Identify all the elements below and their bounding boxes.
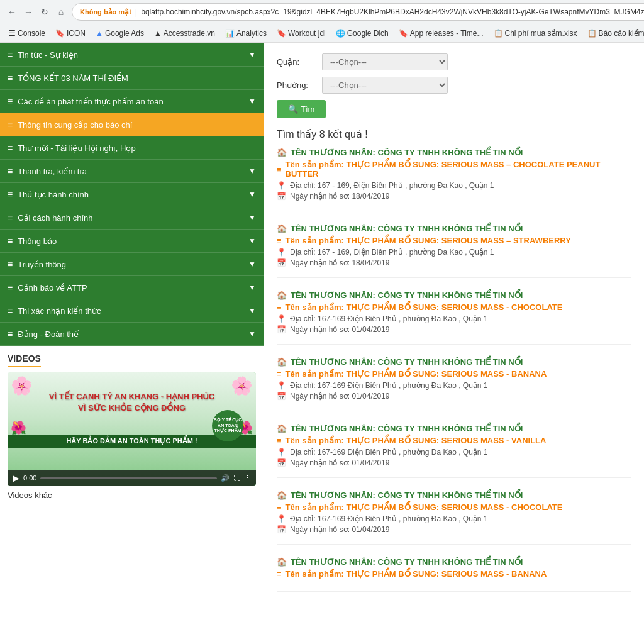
bookmark-analytics[interactable]: 📊 Analytics <box>221 28 270 39</box>
quan-select[interactable]: ---Chọn--- <box>322 53 448 70</box>
result-company-3: 🏠 TÊN THƯƠNG NHÂN: CÔNG TY TNHH KHÔNG TH… <box>277 291 631 300</box>
result-product-3[interactable]: ≡ Tên sản phẩm: THỰC PHẨM BỔ SUNG: SERIO… <box>277 303 631 312</box>
analytics-icon: 📊 <box>225 29 235 38</box>
result-product-1[interactable]: ≡ Tên sản phẩm: THỰC PHẨM BỔ SUNG: SERIO… <box>277 160 631 179</box>
tin-tuc-icon: ≡ <box>8 50 13 60</box>
bookmark-bao-cao[interactable]: 📋 Báo cáo kiểm thử B... <box>584 28 644 39</box>
result-company-6: 🏠 TÊN THƯƠNG NHÂN: CÔNG TY TNHH KHÔNG TH… <box>277 491 631 500</box>
result-product-2[interactable]: ≡ Tên sản phẩm: THỰC PHẨM BỔ SUNG: SERIO… <box>277 236 631 245</box>
bookmark-icon[interactable]: 🔖 ICON <box>52 28 89 39</box>
house-icon-3: 🏠 <box>277 291 287 300</box>
canh-bao-icon: ≡ <box>8 282 13 292</box>
sidebar-item-tong-ket[interactable]: ≡ TỔNG KẾT 03 NĂM THÍ ĐIỂM <box>0 67 264 90</box>
sidebar-item-thi-xac-nhan[interactable]: ≡ Thi xác nhận kiến thức ▼ <box>0 299 264 323</box>
sidebar-item-thanh-tra[interactable]: ≡ Thanh tra, kiểm tra ▼ <box>0 160 264 183</box>
list-icon-6: ≡ <box>277 502 282 512</box>
cal-icon-4: 📅 <box>277 392 286 401</box>
workout-icon: 🔖 <box>277 29 286 38</box>
bookmark-google-ads-label: Google Ads <box>105 29 144 38</box>
sidebar-item-truyen-thong-label: Truyền thông <box>18 260 66 269</box>
sidebar-item-de-an[interactable]: ≡ Các đề án phát triển thực phẩm an toàn… <box>0 90 264 113</box>
sidebar-item-canh-bao[interactable]: ≡ Cảnh báo về ATTP ▼ <box>0 276 264 299</box>
sidebar-item-thong-tin-label: Thông tin cung cấp cho báo chí <box>18 120 132 130</box>
back-button[interactable]: ← <box>5 5 19 19</box>
video-overlay-text: VÌ TẾT CANH TÝ AN KHANG - HẠNH PHÚC VÌ S… <box>8 391 256 414</box>
thi-xac-nhan-arrow: ▼ <box>248 306 256 315</box>
address-bar[interactable]: Không bảo mật | bqlattp.hochiminhcity.go… <box>72 3 644 21</box>
video-logo: BỘ Y TẾ CỤC AN TOÀN THỰC PHẨM <box>212 410 243 441</box>
pin-icon-3: 📍 <box>277 314 286 323</box>
bookmarks-bar: ☰ Console 🔖 ICON ▲ Google Ads ▲ Accesstr… <box>0 24 644 43</box>
cal-icon-3: 📅 <box>277 325 286 334</box>
video-progress-bar[interactable] <box>40 477 217 479</box>
house-icon-7: 🏠 <box>277 557 287 567</box>
cal-icon-2: 📅 <box>277 258 286 267</box>
bookmark-chi-phi[interactable]: 📋 Chi phí mua sắm.xlsx <box>490 28 581 39</box>
search-btn-label: Tìm <box>301 104 314 114</box>
result-address-2: 📍 Địa chỉ: 167 - 169, Điện Biên Phủ , ph… <box>277 248 631 257</box>
videos-section: VIDEOS 🌸 🌸 🌺 🌺 VÌ TẾT CANH TÝ AN KHANG -… <box>0 346 264 508</box>
pin-icon-6: 📍 <box>277 514 286 523</box>
sidebar-item-dang-doan[interactable]: ≡ Đảng - Đoàn thể ▼ <box>0 323 264 346</box>
bookmark-chi-phi-label: Chi phí mua sắm.xlsx <box>505 29 577 38</box>
sidebar-item-truyen-thong[interactable]: ≡ Truyền thông ▼ <box>0 253 264 276</box>
result-product-6[interactable]: ≡ Tên sản phẩm: THỰC PHẨM BỔ SUNG: SERIO… <box>277 502 631 512</box>
list-icon-4: ≡ <box>277 369 282 379</box>
bookmark-accesstrade-label: Accesstrade.vn <box>164 29 215 38</box>
fullscreen-icon[interactable]: ⛶ <box>233 474 240 482</box>
result-address-3: 📍 Địa chỉ: 167-169 Điện Biên Phủ , phườn… <box>277 314 631 323</box>
separator: | <box>135 8 137 17</box>
bookmark-console-label: Console <box>18 29 45 38</box>
play-button[interactable]: ▶ <box>13 473 19 483</box>
sidebar-item-cai-cach[interactable]: ≡ Cải cách hành chính ▼ <box>0 206 264 230</box>
video-controls[interactable]: ▶ 0:00 🔊 ⛶ ⋮ <box>8 470 256 486</box>
list-icon-2: ≡ <box>277 236 282 245</box>
pin-icon-2: 📍 <box>277 248 286 257</box>
bookmark-google-ads[interactable]: ▲ Google Ads <box>92 28 148 39</box>
result-item-4: 🏠 TÊN THƯƠNG NHÂN: CÔNG TY TNHH KHÔNG TH… <box>277 357 631 411</box>
sidebar-item-thu-tuc[interactable]: ≡ Thủ tục hành chính ▼ <box>0 183 264 206</box>
sidebar-item-thu-moi[interactable]: ≡ Thư mời - Tài liệu Hội nghị, Họp <box>0 136 264 160</box>
result-address-1: 📍 Địa chỉ: 167 - 169, Điện Biên Phủ , ph… <box>277 181 631 190</box>
quan-filter-row: Quận: ---Chọn--- <box>277 53 631 70</box>
thu-moi-icon: ≡ <box>8 143 13 153</box>
result-date-6: 📅 Ngày nhận hồ sơ: 01/04/2019 <box>277 525 631 534</box>
dang-doan-arrow: ▼ <box>248 330 256 338</box>
video-thumbnail[interactable]: 🌸 🌸 🌺 🌺 VÌ TẾT CANH TÝ AN KHANG - HẠNH P… <box>8 372 256 486</box>
result-date-5: 📅 Ngày nhận hồ sơ: 01/04/2019 <box>277 458 631 467</box>
videos-other[interactable]: Videos khác <box>8 491 256 500</box>
quan-label: Quận: <box>277 57 314 67</box>
tong-ket-icon: ≡ <box>8 73 13 83</box>
result-date-3: 📅 Ngày nhận hồ sơ: 01/04/2019 <box>277 325 631 334</box>
sidebar: ≡ Tin tức - Sự kiện ▼ ≡ TỔNG KẾT 03 NĂM … <box>0 43 264 644</box>
video-time: 0:00 <box>23 474 36 482</box>
options-icon[interactable]: ⋮ <box>244 474 251 482</box>
result-company-2: 🏠 TÊN THƯƠNG NHÂN: CÔNG TY TNHH KHÔNG TH… <box>277 224 631 233</box>
bookmark-console[interactable]: ☰ Console <box>5 28 49 39</box>
url-text: bqlattp.hochiminhcity.gov.vn/spcb.aspx?c… <box>141 8 644 16</box>
phuong-select[interactable]: ---Chọn--- <box>322 77 448 94</box>
bookmark-google-dich[interactable]: 🌐 Google Dich <box>332 28 392 39</box>
forward-button[interactable]: → <box>21 5 35 19</box>
sidebar-item-thong-tin[interactable]: ≡ Thông tin cung cấp cho báo chí <box>0 113 264 136</box>
app-releases-icon: 🔖 <box>399 29 408 38</box>
bookmark-accesstrade[interactable]: ▲ Accesstrade.vn <box>150 28 219 39</box>
result-product-7[interactable]: ≡ Tên sản phẩm: THỰC PHẨM BỔ SUNG: SERIO… <box>277 569 631 579</box>
search-button[interactable]: 🔍 Tìm <box>277 100 326 118</box>
volume-icon[interactable]: 🔊 <box>221 474 230 482</box>
result-product-5[interactable]: ≡ Tên sản phẩm: THỰC PHẨM BỔ SUNG: SERIO… <box>277 436 631 445</box>
sidebar-item-cai-cach-label: Cải cách hành chính <box>18 213 92 223</box>
result-item-2: 🏠 TÊN THƯƠNG NHÂN: CÔNG TY TNHH KHÔNG TH… <box>277 224 631 278</box>
thanh-tra-icon: ≡ <box>8 166 13 176</box>
bookmark-workout[interactable]: 🔖 Workout jdi <box>273 28 330 39</box>
home-button[interactable]: ⌂ <box>54 5 68 19</box>
sidebar-item-thong-bao[interactable]: ≡ Thông báo ▼ <box>0 230 264 253</box>
bookmark-app-releases[interactable]: 🔖 App releases - Time... <box>395 28 487 39</box>
refresh-button[interactable]: ↻ <box>38 5 52 19</box>
result-date-1: 📅 Ngày nhận hồ sơ: 18/04/2019 <box>277 192 631 201</box>
result-product-4[interactable]: ≡ Tên sản phẩm: THỰC PHẨM BỔ SUNG: SERIO… <box>277 369 631 379</box>
list-icon-7: ≡ <box>277 569 282 579</box>
sidebar-item-tin-tuc[interactable]: ≡ Tin tức - Sự kiện ▼ <box>0 43 264 67</box>
pin-icon-4: 📍 <box>277 381 286 390</box>
bookmark-icon-icon: 🔖 <box>55 29 65 38</box>
